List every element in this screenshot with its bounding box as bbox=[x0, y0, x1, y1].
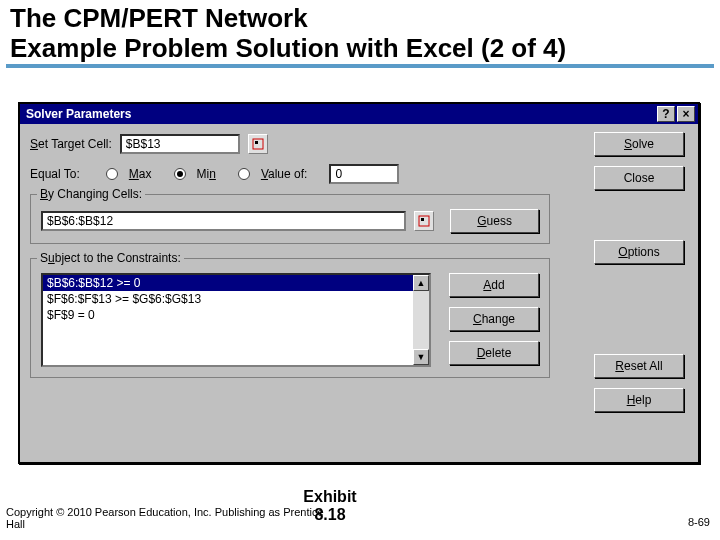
add-button[interactable]: Add bbox=[449, 273, 539, 297]
guess-button[interactable]: Guess bbox=[450, 209, 539, 233]
list-item[interactable]: $F$6:$F$13 >= $G$6:$G$13 bbox=[43, 291, 429, 307]
radio-min-label: Min bbox=[197, 167, 216, 181]
constraints-group: Subject to the Constraints: $B$6:$B$12 >… bbox=[30, 258, 550, 378]
value-of-input[interactable] bbox=[329, 164, 399, 184]
reset-all-button[interactable]: Reset All bbox=[594, 354, 684, 378]
change-button[interactable]: Change bbox=[449, 307, 539, 331]
radio-value-of[interactable] bbox=[238, 168, 250, 180]
dialog-title: Solver Parameters bbox=[26, 107, 657, 121]
copyright: Copyright © 2010 Pearson Education, Inc.… bbox=[6, 506, 326, 530]
radio-value-of-label: Value of: bbox=[261, 167, 308, 181]
constraints-label: Subject to the Constraints: bbox=[37, 251, 184, 265]
slide-title: The CPM/PERT Network Example Problem Sol… bbox=[0, 0, 720, 64]
page-number: 8-69 bbox=[688, 516, 710, 528]
help-button[interactable]: Help bbox=[594, 388, 684, 412]
target-cell-input[interactable] bbox=[120, 134, 240, 154]
changing-cells-input[interactable] bbox=[41, 211, 406, 231]
solver-dialog: Solver Parameters ? × Set Target Cell: E… bbox=[18, 102, 700, 464]
scroll-up-icon[interactable]: ▲ bbox=[413, 275, 429, 291]
ref-picker-icon[interactable] bbox=[248, 134, 268, 154]
changing-cells-label: By Changing Cells: bbox=[37, 187, 145, 201]
solve-button[interactable]: Solve bbox=[594, 132, 684, 156]
title-rule bbox=[6, 64, 714, 68]
options-button[interactable]: Options bbox=[594, 240, 684, 264]
delete-button[interactable]: Delete bbox=[449, 341, 539, 365]
list-item[interactable]: $B$6:$B$12 >= 0 bbox=[43, 275, 429, 291]
titlebar: Solver Parameters ? × bbox=[20, 104, 698, 124]
changing-cells-group: By Changing Cells: Guess bbox=[30, 194, 550, 244]
radio-min[interactable] bbox=[174, 168, 186, 180]
svg-rect-3 bbox=[421, 218, 424, 221]
radio-max[interactable] bbox=[106, 168, 118, 180]
list-item[interactable]: $F$9 = 0 bbox=[43, 307, 429, 323]
svg-rect-1 bbox=[255, 141, 258, 144]
help-icon[interactable]: ? bbox=[657, 106, 675, 122]
scrollbar[interactable]: ▲ ▼ bbox=[413, 275, 429, 365]
scroll-down-icon[interactable]: ▼ bbox=[413, 349, 429, 365]
ref-picker-icon[interactable] bbox=[414, 211, 434, 231]
close-button[interactable]: Close bbox=[594, 166, 684, 190]
equal-to-label: Equal To: bbox=[30, 167, 80, 181]
close-icon[interactable]: × bbox=[677, 106, 695, 122]
constraints-listbox[interactable]: $B$6:$B$12 >= 0 $F$6:$F$13 >= $G$6:$G$13… bbox=[41, 273, 431, 367]
radio-max-label: Max bbox=[129, 167, 152, 181]
set-target-label: Set Target Cell: bbox=[30, 137, 112, 151]
